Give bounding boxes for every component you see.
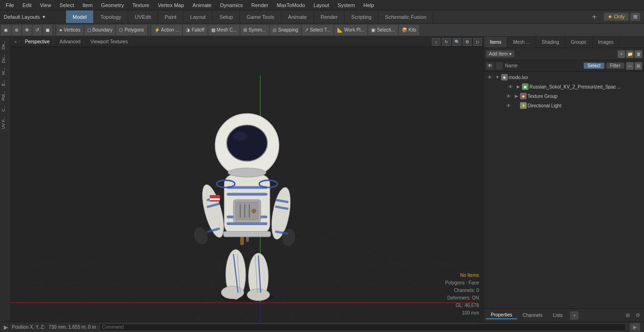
properties-tab[interactable]: Properties xyxy=(486,311,517,319)
tool-move[interactable]: ✥ xyxy=(22,25,32,35)
items-col-settings-icon[interactable]: — xyxy=(626,62,634,70)
add-tab-button[interactable]: + xyxy=(570,311,578,320)
tool-snapping[interactable]: ◎ Snapping xyxy=(270,25,301,35)
right-tab-items[interactable]: Items xyxy=(484,37,507,48)
tab-setup[interactable]: Setup xyxy=(213,10,240,23)
tool-rotate[interactable]: ↺ xyxy=(33,25,42,35)
menu-layout[interactable]: Layout xyxy=(310,1,333,9)
sidebar-item-m[interactable]: M... xyxy=(0,66,10,77)
items-delete-icon[interactable]: 🗑 xyxy=(635,50,642,58)
items-add-icon[interactable]: + xyxy=(618,50,625,58)
lists-tab[interactable]: Lists xyxy=(548,312,568,319)
menu-dynamics[interactable]: Dynamics xyxy=(216,1,247,9)
star-only-filter[interactable]: ★ Only xyxy=(604,13,628,21)
tree-eye-mesh[interactable]: 👁 xyxy=(507,83,514,90)
right-tab-groups[interactable]: Groups xyxy=(565,37,593,48)
status-arrow[interactable]: ▶ xyxy=(4,324,8,331)
tool-work-plane[interactable]: 📐 Work Pl... xyxy=(334,25,367,35)
tab-game-tools[interactable]: Game Tools xyxy=(240,10,281,23)
tool-kits[interactable]: 📦 Kits xyxy=(399,25,420,35)
tree-expand-mesh[interactable]: ▶ xyxy=(515,84,521,89)
tool-select-mode[interactable]: ◉ xyxy=(1,25,11,35)
tool-selection[interactable]: ▣ Selecti... xyxy=(368,25,397,35)
command-execute-button[interactable]: ▶ xyxy=(630,323,640,332)
menu-texture[interactable]: Texture xyxy=(129,1,153,9)
expand-button[interactable]: ⊞ xyxy=(630,13,640,21)
tree-label-root: modo.lxo xyxy=(509,75,642,80)
items-col-expand-icon[interactable]: ⊞ xyxy=(635,62,642,70)
tool-select-through[interactable]: ↗ Select T... xyxy=(302,25,333,35)
viewport-rotate-button[interactable]: ↻ xyxy=(442,38,451,46)
tool-vertices[interactable]: ● Vertices xyxy=(57,25,83,35)
layout-selector[interactable]: Default Layouts ▼ xyxy=(0,10,66,23)
tab-animate[interactable]: Animate xyxy=(281,10,314,23)
sidebar-item-c[interactable]: C... xyxy=(0,103,10,113)
tree-eye-texture[interactable]: 👁 xyxy=(505,92,512,100)
tab-paint[interactable]: Paint xyxy=(158,10,183,23)
right-tab-images[interactable]: Images xyxy=(593,37,620,48)
tree-eye-light[interactable]: 👁 xyxy=(505,102,512,109)
tool-mesh-constraint[interactable]: ▦ Mesh C... xyxy=(208,25,240,35)
tree-icon-light: ☀ xyxy=(520,102,527,109)
add-layout-button[interactable]: + xyxy=(588,10,600,23)
tree-item-mesh[interactable]: 👁 ▶ ▣ Russian_Sokol_KV_2_Pressurized_Spa… xyxy=(494,82,644,91)
menu-file[interactable]: File xyxy=(2,1,18,9)
tab-layout[interactable]: Layout xyxy=(183,10,213,23)
viewport-tab-perspective[interactable]: Perspective xyxy=(21,38,54,45)
tree-expand-light[interactable] xyxy=(513,103,519,108)
menu-view[interactable]: View xyxy=(36,1,55,9)
panel-expand-icon[interactable]: ⊞ xyxy=(623,311,632,320)
viewport-content[interactable]: X Z Y xyxy=(10,47,484,322)
menu-select[interactable]: Select xyxy=(56,1,78,9)
tool-symmetry[interactable]: ⊞ Symm... xyxy=(240,25,269,35)
menu-animate[interactable]: Animate xyxy=(189,1,215,9)
menu-item[interactable]: Item xyxy=(79,1,96,9)
tree-item-texture[interactable]: 👁 ▶ ◈ Texture Group xyxy=(484,91,644,101)
menu-vertex-map[interactable]: Vertex Map xyxy=(154,1,188,9)
sidebar-item-uv[interactable]: UV F... xyxy=(0,114,10,131)
tab-uvedit[interactable]: UVEdit xyxy=(128,10,158,23)
channels-tab[interactable]: Channels xyxy=(518,312,547,319)
items-folder-icon[interactable]: 📁 xyxy=(626,50,634,58)
tab-scripting[interactable]: Scripting xyxy=(345,10,379,23)
viewport-zoom-button[interactable]: 🔍 xyxy=(453,38,461,46)
viewport-tab-textures[interactable]: Viewport Textures xyxy=(87,38,132,45)
tree-expand-root[interactable]: ▼ xyxy=(495,74,500,80)
menu-render[interactable]: Render xyxy=(248,1,272,9)
viewport-settings-button[interactable]: ⚙ xyxy=(463,38,471,46)
right-tab-shading[interactable]: Shading xyxy=(536,37,565,48)
tree-eye-root[interactable]: 👁 xyxy=(486,73,494,81)
tree-expand-texture[interactable]: ▶ xyxy=(513,93,519,99)
viewport-home-button[interactable]: ⌂ xyxy=(432,38,440,46)
menu-edit[interactable]: Edit xyxy=(19,1,35,9)
sidebar-item-de[interactable]: De... xyxy=(0,39,10,51)
tab-render[interactable]: Render xyxy=(314,10,345,23)
tool-falloff[interactable]: ◑ Falloff xyxy=(183,25,207,35)
tab-schematic-fusion[interactable]: Schematic Fusion xyxy=(379,10,433,23)
menu-system[interactable]: System xyxy=(334,1,359,9)
menu-help[interactable]: Help xyxy=(360,1,378,9)
tab-model[interactable]: Model xyxy=(66,10,94,23)
viewport-tab-advanced[interactable]: Advanced xyxy=(56,38,84,45)
scene-tree[interactable]: 👁 ▼ ■ modo.lxo 👁 ▶ ▣ Russian_Sokol_KV_2_… xyxy=(484,72,644,308)
tool-add-mode[interactable]: ⊕ xyxy=(12,25,21,35)
sidebar-item-du[interactable]: Du... xyxy=(0,52,10,65)
add-item-button[interactable]: Add Item ▾ xyxy=(486,50,514,57)
tool-scale[interactable]: ◼ xyxy=(43,25,52,35)
select-button[interactable]: Select xyxy=(584,63,604,69)
viewport-expand-button[interactable]: ▷ xyxy=(473,38,482,46)
right-tab-mesh[interactable]: Mesh ... xyxy=(507,37,536,48)
tool-polygons[interactable]: ⬡ Polygons xyxy=(116,25,147,35)
panel-settings-icon[interactable]: ⚙ xyxy=(634,311,642,320)
tool-action[interactable]: ⚡ Action ... xyxy=(151,25,182,35)
sidebar-item-pol[interactable]: Pol... xyxy=(0,89,10,103)
tool-boundary[interactable]: ◻ Boundary xyxy=(84,25,116,35)
command-input[interactable] xyxy=(99,324,626,331)
tree-item-root[interactable]: 👁 ▼ ■ modo.lxo xyxy=(484,73,644,82)
menu-maxtomodo[interactable]: MaxToModo xyxy=(273,1,309,9)
filter-button[interactable]: Filter xyxy=(606,63,624,69)
sidebar-item-e[interactable]: E... xyxy=(0,78,10,88)
menu-geometry[interactable]: Geometry xyxy=(97,1,127,9)
tab-topology[interactable]: Topology xyxy=(94,10,128,23)
tree-item-light[interactable]: 👁 ☀ Directional Light xyxy=(484,101,644,110)
